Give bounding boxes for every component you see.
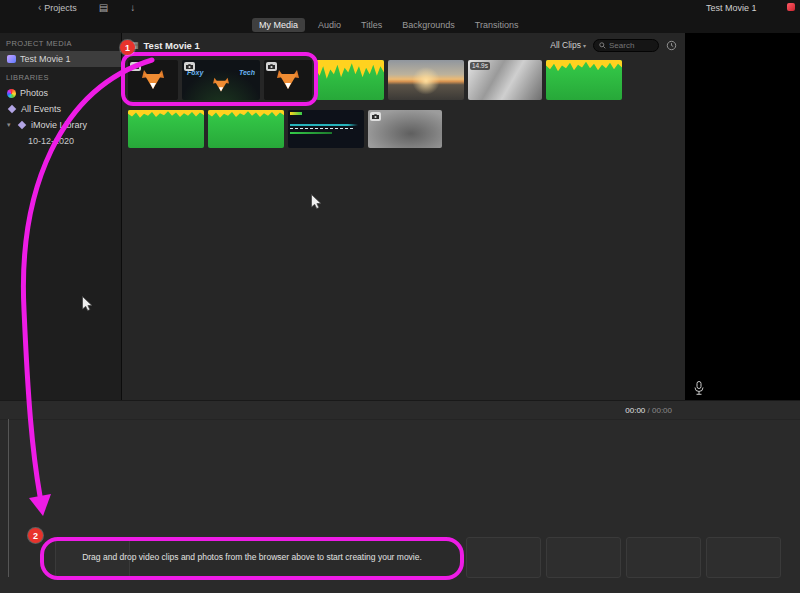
browser-tabbar: My Media Audio Titles Backgrounds Transi… xyxy=(0,16,800,34)
back-chevron-icon: ‹ xyxy=(38,3,41,13)
filter-label: All Clips xyxy=(550,40,581,50)
fox-graphic xyxy=(212,77,230,93)
time-total: / 00:00 xyxy=(645,406,672,415)
library-sidebar: PROJECT MEDIA Test Movie 1 LIBRARIES Pho… xyxy=(0,33,122,400)
timeline-area: 00:00 / 00:00 Drag and drop video clips … xyxy=(0,400,800,593)
clip-duration-icon[interactable] xyxy=(666,40,677,51)
projects-label: Projects xyxy=(44,3,77,13)
tab-transitions[interactable]: Transitions xyxy=(468,18,526,32)
browser-title: Test Movie 1 xyxy=(144,40,200,51)
sidebar-item-label: Test Movie 1 xyxy=(20,54,71,64)
tech-title-text: Tech xyxy=(239,69,255,76)
microphone-icon[interactable] xyxy=(694,381,704,395)
clip-gray-video[interactable]: 14.9s xyxy=(468,60,542,100)
tab-my-media[interactable]: My Media xyxy=(252,18,305,32)
search-input[interactable] xyxy=(609,41,653,50)
sidebar-item-label: 10-12-2020 xyxy=(28,136,74,146)
disclosure-chevron-icon[interactable]: ▾ xyxy=(7,121,13,129)
clip-grid: Foxy Tech xyxy=(128,60,622,148)
filmstrip-grid-icon[interactable]: ▦ xyxy=(130,40,139,50)
waveform-line xyxy=(290,132,332,134)
tab-backgrounds[interactable]: Backgrounds xyxy=(395,18,462,32)
audio-waveform-graphic xyxy=(128,110,204,119)
all-clips-filter-dropdown[interactable]: All Clips ▾ xyxy=(550,40,586,50)
sidebar-item-photos[interactable]: Photos xyxy=(0,85,121,101)
duration-badge: 14.9s xyxy=(470,62,490,70)
clip-green-audio-3[interactable] xyxy=(128,110,204,148)
window-titlebar: ‹ Projects ▤ ↓ Test Movie 1 xyxy=(0,0,800,17)
search-icon xyxy=(599,42,606,49)
import-down-arrow-icon[interactable]: ↓ xyxy=(130,3,135,13)
timeline-empty-slot xyxy=(626,537,701,578)
camera-badge-icon xyxy=(130,62,141,71)
clip-row-1: Foxy Tech xyxy=(128,60,622,100)
timeline-toolbar: 00:00 / 00:00 xyxy=(0,401,800,420)
sidebar-item-event-date[interactable]: 10-12-2020 xyxy=(0,133,121,149)
timeline-empty-message: Drag and drop video clips and photos fro… xyxy=(62,552,442,562)
imovie-window: ‹ Projects ▤ ↓ Test Movie 1 My Media Aud… xyxy=(0,0,800,593)
clip-dark-audio[interactable] xyxy=(288,110,364,148)
clip-foxy-tech-video[interactable]: Foxy Tech xyxy=(182,60,260,100)
clip-fox-video-2[interactable] xyxy=(264,60,312,100)
projects-back-button[interactable]: ‹ Projects xyxy=(38,3,77,13)
waveform-line xyxy=(290,124,358,126)
timeline-empty-slot xyxy=(546,537,621,578)
timeline-empty-slot xyxy=(466,537,541,578)
waveform-line xyxy=(290,128,354,129)
browser-header-controls: All Clips ▾ xyxy=(550,39,677,52)
star-icon xyxy=(8,105,16,113)
timeline-empty-slot xyxy=(706,537,781,578)
window-title: Test Movie 1 xyxy=(706,3,757,13)
audio-waveform-graphic xyxy=(546,60,622,73)
sidebar-item-label: All Events xyxy=(21,104,61,114)
media-browser-icon[interactable]: ▤ xyxy=(99,3,108,13)
share-status-icon[interactable] xyxy=(787,3,795,11)
clip-sunset-photo[interactable] xyxy=(388,60,464,100)
clip-green-audio-2[interactable] xyxy=(546,60,622,100)
playhead-line[interactable] xyxy=(8,419,9,577)
audio-waveform-graphic xyxy=(316,60,384,82)
movie-project-icon xyxy=(7,55,16,63)
audio-waveform-graphic xyxy=(208,110,284,119)
sidebar-item-all-events[interactable]: All Events xyxy=(0,101,121,117)
time-display: 00:00 / 00:00 xyxy=(560,406,672,415)
camera-badge-icon xyxy=(266,62,277,71)
tab-audio[interactable]: Audio xyxy=(311,18,348,32)
star-icon xyxy=(18,121,26,129)
clip-green-audio-1[interactable] xyxy=(316,60,384,100)
time-current: 00:00 xyxy=(625,406,645,415)
camera-badge-icon xyxy=(184,62,195,71)
clip-gray-fox-photo[interactable] xyxy=(368,110,442,148)
tab-titles[interactable]: Titles xyxy=(354,18,389,32)
search-box[interactable] xyxy=(593,39,659,52)
project-media-header: PROJECT MEDIA xyxy=(0,33,121,51)
chevron-down-icon: ▾ xyxy=(583,42,586,49)
camera-badge-icon xyxy=(370,112,381,121)
fox-graphic xyxy=(141,69,165,91)
sidebar-item-imovie-library[interactable]: ▾ iMovie Library xyxy=(0,117,121,133)
sidebar-item-test-movie-1[interactable]: Test Movie 1 xyxy=(0,51,121,67)
clip-row-2 xyxy=(128,110,622,148)
libraries-header: LIBRARIES xyxy=(0,67,121,85)
tab-group: My Media Audio Titles Backgrounds Transi… xyxy=(252,18,525,32)
photos-app-icon xyxy=(7,89,16,98)
mini-color-strip xyxy=(290,112,302,115)
viewer-pane xyxy=(685,33,800,400)
sidebar-item-label: Photos xyxy=(20,88,48,98)
media-browser: ▦ Test Movie 1 All Clips ▾ xyxy=(122,33,685,400)
clip-fox-video-1[interactable] xyxy=(128,60,178,100)
fox-graphic xyxy=(276,69,300,91)
media-browser-header: ▦ Test Movie 1 All Clips ▾ xyxy=(122,33,685,57)
sidebar-item-label: iMovie Library xyxy=(31,120,87,130)
clip-green-audio-4[interactable] xyxy=(208,110,284,148)
